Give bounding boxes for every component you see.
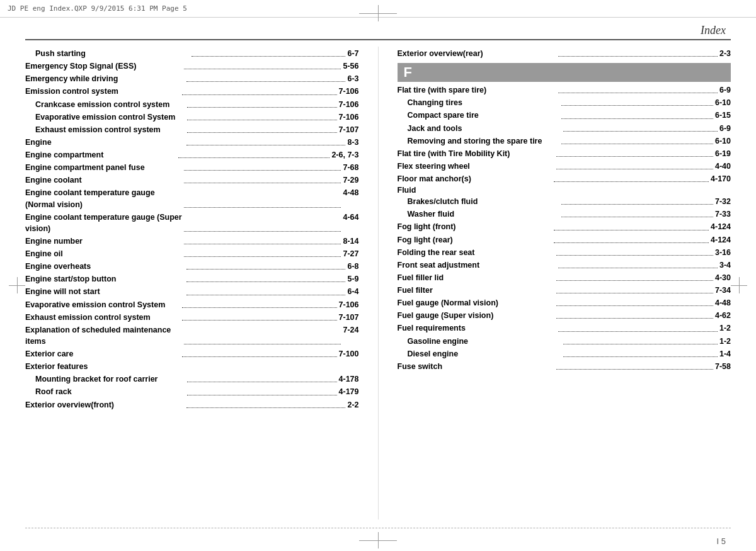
entry-page: 7-34 <box>715 285 731 296</box>
entry-text: Compact spare tire <box>398 110 559 121</box>
top-rule <box>25 39 731 40</box>
entry-dots <box>186 261 346 270</box>
entry-dots <box>561 208 713 217</box>
list-item: Removing and storing the spare tire6-10 <box>398 135 731 147</box>
entry-text: Engine start/stop button <box>25 273 185 285</box>
entry-page: 4-30 <box>715 272 731 283</box>
entry-page: 1-2 <box>719 336 731 347</box>
list-item: Roof rack4-179 <box>25 386 359 397</box>
entry-page: 6-10 <box>715 97 731 108</box>
entry-page: 5-9 <box>347 273 358 285</box>
list-item: Fuel requirements1-2 <box>398 322 731 334</box>
list-item: Front seat adjustment3-4 <box>398 259 731 271</box>
list-item: Flat tire (with spare tire)6-9 <box>398 84 731 96</box>
entry-text: Removing and storing the spare tire <box>398 135 559 147</box>
entry-page: 7-107 <box>339 312 359 323</box>
entry-text: Fog light (rear) <box>398 234 553 246</box>
list-item: Engine coolant temperature gauge (Super … <box>25 212 359 234</box>
entry-page: 1-2 <box>719 322 731 334</box>
list-item: Folding the rear seat3-16 <box>398 247 731 258</box>
list-item: Fuse switch7-58 <box>398 361 731 372</box>
entry-page: 4-48 <box>343 187 358 210</box>
crosshair-top-icon <box>359 5 397 21</box>
entry-text: Crankcase emission control system <box>25 99 185 110</box>
entry-text: Changing tires <box>398 97 559 108</box>
list-item: Exterior features <box>25 361 359 372</box>
entry-page: 7-24 <box>343 324 358 347</box>
entry-dots <box>186 73 346 82</box>
entry-text: Evaporative emission control System <box>25 111 185 123</box>
entry-page: 4-62 <box>715 310 731 321</box>
entry-page: 2-2 <box>347 399 358 411</box>
list-item: Engine coolant7-29 <box>25 174 359 186</box>
entry-text: Fuel gauge (Super vision) <box>398 310 554 321</box>
list-item: Mounting bracket for roof carrier4-178 <box>25 373 359 385</box>
entry-text: Emission control system <box>25 86 180 97</box>
entry-dots <box>187 99 337 108</box>
entry-dots <box>187 373 337 382</box>
entry-text: Fuel filler lid <box>398 272 554 283</box>
entry-dots <box>182 299 337 308</box>
entry-text: Engine <box>25 137 185 148</box>
section-header-f: F <box>398 63 731 82</box>
entry-dots <box>558 48 718 57</box>
page-number: I 5 <box>717 537 726 546</box>
entry-page: 4-124 <box>711 234 731 246</box>
entry-page: 3-4 <box>719 259 731 271</box>
main-content: Push starting6-7Emergency Stop Signal (E… <box>25 44 731 520</box>
entry-page: 6-9 <box>719 123 731 134</box>
entry-dots <box>186 137 346 145</box>
entry-page: 6-7 <box>347 48 358 59</box>
list-item: Flat tire (with Tire Mobility Kit)6-19 <box>398 148 731 159</box>
entry-dots <box>554 173 709 182</box>
entry-page: 7-29 <box>343 174 358 186</box>
list-item: Jack and tools6-9 <box>398 123 731 134</box>
entry-page: 7-106 <box>339 111 359 123</box>
entry-dots <box>556 297 713 306</box>
entry-text: Exterior care <box>25 348 180 360</box>
entry-dots <box>563 336 718 344</box>
entry-text: Flat tire (with Tire Mobility Kit) <box>398 148 554 159</box>
list-item: Exhaust emission control system7-107 <box>25 124 359 135</box>
entry-dots <box>182 312 337 321</box>
list-item: Exhaust emission control system7-107 <box>25 312 359 323</box>
entry-page: 4-64 <box>343 212 358 234</box>
fluid-subheading: Fluid <box>398 186 731 195</box>
list-item: Emergency while driving6-3 <box>25 73 359 84</box>
entry-dots <box>554 234 709 243</box>
list-item: Washer fluid7-33 <box>398 208 731 220</box>
entry-text: Engine overheats <box>25 261 185 272</box>
entry-page: 6-8 <box>347 261 358 272</box>
entry-page: 7-106 <box>339 86 359 97</box>
entry-dots <box>187 111 337 120</box>
left-column: Push starting6-7Emergency Stop Signal (E… <box>25 44 359 520</box>
entry-page: 4-48 <box>715 297 731 309</box>
entry-text: Engine compartment <box>25 149 176 161</box>
entry-page: 7-106 <box>339 99 359 110</box>
list-item: Brakes/clutch fluid7-32 <box>398 196 731 207</box>
entry-text: Front seat adjustment <box>398 259 557 271</box>
entry-text: Exhaust emission control system <box>25 312 180 323</box>
entry-text: Engine compartment panel fuse <box>25 162 182 173</box>
index-label: Index <box>701 24 726 37</box>
entry-dots <box>192 48 346 57</box>
entry-dots <box>187 386 337 395</box>
entry-dots <box>184 248 341 257</box>
entry-page: 5-56 <box>343 60 358 72</box>
entry-dots <box>556 148 713 157</box>
entry-page: 6-9 <box>719 84 731 96</box>
entry-text: Fuse switch <box>398 361 554 372</box>
bottom-rule <box>25 528 731 528</box>
list-item: Engine compartment panel fuse7-68 <box>25 162 359 173</box>
list-item: Fuel gauge (Super vision)4-62 <box>398 310 731 321</box>
bottom-bar: I 5 <box>0 520 756 551</box>
entry-dots <box>184 162 341 171</box>
entry-text: Engine will not start <box>25 286 185 297</box>
entry-page: 3-16 <box>715 247 731 258</box>
entry-page: 6-15 <box>715 110 731 121</box>
entry-page: 4-170 <box>711 173 731 185</box>
entry-dots <box>561 135 713 144</box>
entry-text: Exterior features <box>25 361 359 372</box>
entry-text: Evaporative emission control System <box>25 299 180 310</box>
entry-dots <box>187 124 337 133</box>
